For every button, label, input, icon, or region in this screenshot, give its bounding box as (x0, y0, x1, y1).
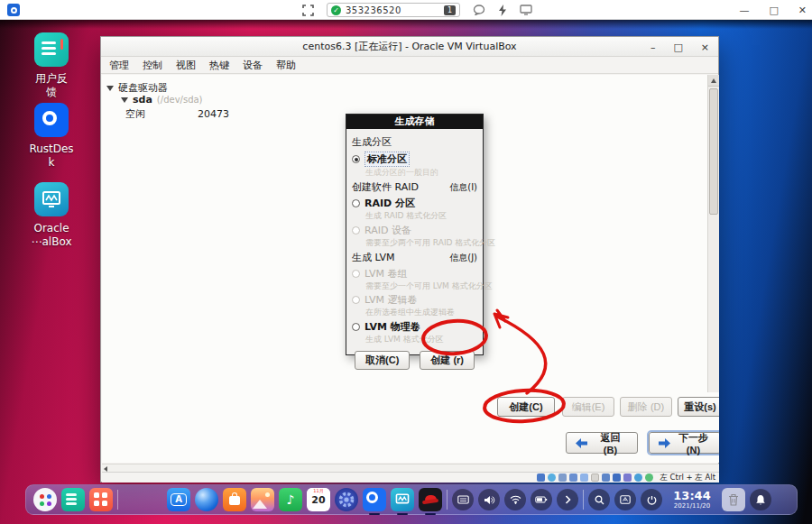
radio-lvm-physical-volume[interactable]: LVM 物理卷 (352, 320, 477, 334)
browser-icon[interactable] (195, 488, 218, 511)
clock-date: 2021/11/20 (667, 503, 717, 510)
launcher-icon[interactable] (33, 488, 57, 511)
input-method-tray-icon[interactable] (614, 489, 636, 510)
create-storage-dialog: 生成存储 生成分区 标准分区 生成分区的一般目的 创建软件 RAID 信息(I)… (346, 114, 484, 355)
tree-node-free[interactable]: 空闲 20473 (125, 107, 145, 121)
scroll-up-button[interactable] (708, 75, 719, 87)
dialog-title: 生成存储 (346, 115, 483, 129)
radio-icon[interactable] (352, 323, 360, 331)
remote-close-button[interactable]: ✕ (798, 5, 807, 16)
display-status-icon[interactable] (613, 473, 621, 482)
shared-folders-status-icon[interactable] (602, 473, 610, 482)
volume-tray-icon[interactable] (478, 489, 500, 510)
expander-icon[interactable] (121, 97, 128, 103)
desktop-icon-virtualbox[interactable]: Oracle ⋯alBox (16, 182, 87, 249)
tree-disk-label: sda (133, 94, 152, 106)
vbox-close-button[interactable]: × (701, 41, 709, 53)
vm-horizontal-scrollbar[interactable] (102, 464, 719, 472)
virtualbox-dock-icon[interactable] (391, 488, 414, 511)
expand-chevron-icon[interactable] (557, 489, 578, 510)
notification-bell-icon[interactable] (750, 489, 771, 510)
dock-separator (447, 490, 448, 510)
menu-view[interactable]: 视图 (176, 59, 196, 72)
expander-icon[interactable] (106, 86, 114, 91)
chat-icon[interactable] (473, 5, 485, 15)
radio-standard-partition[interactable]: 标准分区 (352, 152, 477, 167)
display-icon[interactable] (520, 5, 532, 15)
menu-machine[interactable]: 管理 (109, 59, 129, 72)
radio-icon (352, 270, 360, 278)
calendar-icon[interactable]: 11月 20 (307, 488, 330, 511)
fullscreen-icon[interactable] (302, 5, 314, 16)
radio-icon[interactable] (352, 199, 360, 207)
dock: A ♪ 11月 20 13:44 2021/11/20 (25, 484, 798, 515)
menubar: 管理 控制 视图 热键 设备 帮助 (101, 57, 718, 74)
photos-icon[interactable] (251, 488, 274, 511)
remote-maximize-button[interactable]: □ (769, 5, 778, 16)
dialog-create-button[interactable]: 创建 (r) (420, 351, 475, 370)
menu-control[interactable]: 控制 (143, 59, 162, 72)
scrollbar-thumb[interactable] (709, 88, 718, 215)
session-id: 353236520 (346, 5, 439, 15)
dialog-cancel-button[interactable]: 取消(C) (355, 351, 410, 370)
remote-minimize-button[interactable]: — (739, 5, 749, 16)
window-titlebar[interactable]: centos6.3 [正在运行] - Oracle VM VirtualBox … (101, 37, 718, 57)
hard-disk-status-icon[interactable] (537, 473, 545, 482)
search-tray-icon[interactable] (588, 489, 610, 510)
desktop-icon-rustdesk[interactable]: RustDes k (16, 103, 87, 170)
radio-raid-partition[interactable]: RAID 分区 (352, 197, 477, 210)
desktop-icon-feedback[interactable]: 用户反 馈 (16, 32, 87, 99)
window-title: centos6.3 [正在运行] - Oracle VM VirtualBox (302, 40, 516, 53)
tree-free-size: 20473 (198, 108, 229, 120)
wifi-tray-icon[interactable] (504, 489, 526, 510)
keyboard-tray-icon[interactable] (452, 489, 474, 510)
menu-hotkeys[interactable]: 热键 (209, 59, 229, 72)
session-id-box[interactable]: ✓ 353236520 1 (327, 3, 460, 17)
raid-info-link[interactable]: 信息(I) (449, 181, 477, 194)
hostkey-label: 左 Ctrl + 左 Alt (660, 473, 715, 483)
back-button[interactable]: 返回 (B) (566, 432, 638, 454)
clock[interactable]: 13:44 2021/11/20 (667, 490, 717, 510)
taskview-icon[interactable] (61, 488, 85, 511)
radio-icon[interactable] (352, 155, 360, 163)
app-grid-icon[interactable] (89, 488, 113, 511)
tree-node-harddrives[interactable]: 硬盘驱动器 (106, 81, 168, 95)
keyboard-status-icon[interactable] (645, 473, 653, 482)
reset-button[interactable]: 重设(s) (678, 397, 719, 417)
tree-disk-path: (/dev/sda) (157, 95, 203, 105)
settings-gear-icon[interactable] (335, 488, 358, 511)
vm-redhat-window-icon[interactable] (419, 488, 442, 511)
power-tray-icon[interactable] (641, 489, 662, 510)
next-button[interactable]: 下一步 (N) (649, 432, 719, 454)
app-store-icon[interactable] (223, 488, 246, 511)
recording-status-icon[interactable] (623, 473, 632, 482)
vbox-minimize-button[interactable]: – (651, 41, 656, 53)
radio-label: LVM 卷组 (364, 267, 407, 280)
lvm-info-link[interactable]: 信息(J) (449, 252, 477, 264)
rustdesk-dock-icon[interactable] (363, 488, 386, 511)
mouse-status-icon[interactable] (634, 473, 642, 482)
list-scrollbar[interactable] (707, 75, 719, 392)
trash-icon[interactable] (722, 488, 745, 511)
calendar-day: 20 (307, 494, 330, 506)
menu-help[interactable]: 帮助 (276, 59, 296, 72)
vm-display: 硬盘驱动器 sda (/dev/sda) 空闲 20473 生成存储 生成分区 … (102, 75, 719, 463)
radio-desc: 需要至少一个可用 LVM 格式化分区 (365, 281, 477, 290)
menu-devices[interactable]: 设备 (243, 59, 263, 72)
create-button[interactable]: 创建(C) (497, 397, 555, 417)
network-status-icon[interactable] (580, 473, 588, 482)
section-create-lvm: 生成 LVM (352, 251, 394, 264)
radio-icon (352, 296, 360, 304)
tree-node-sda[interactable]: sda (/dev/sda) (121, 94, 203, 106)
optical-disk-status-icon[interactable] (548, 473, 556, 482)
vbox-maximize-button[interactable]: □ (673, 41, 682, 53)
battery-tray-icon[interactable] (531, 489, 552, 510)
music-icon[interactable]: ♪ (279, 488, 302, 511)
floppy-status-icon[interactable] (558, 473, 567, 482)
security-center-icon[interactable]: A (167, 488, 190, 511)
usb-status-icon[interactable] (591, 473, 599, 482)
radio-desc: 在所选卷组中生成逻辑卷 (365, 308, 477, 317)
actions-lightning-icon[interactable] (498, 5, 507, 16)
shield-check-icon: ✓ (331, 5, 341, 15)
audio-status-icon[interactable] (569, 473, 577, 482)
